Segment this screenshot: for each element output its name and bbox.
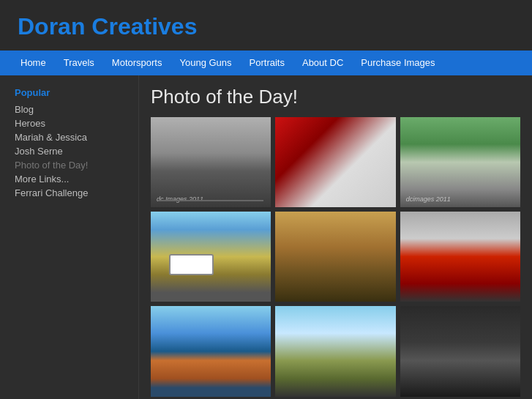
nav-item-about-dc[interactable]: About DC xyxy=(293,51,352,75)
photo-cell-ferrari[interactable] xyxy=(400,212,520,302)
sidebar-link-ferrari-challenge[interactable]: Ferrari Challenge xyxy=(15,187,127,198)
photo-image-golden-gate xyxy=(151,306,271,396)
photo-image-nascar xyxy=(151,212,271,302)
photo-cell-bike-dirt[interactable] xyxy=(275,306,395,396)
photo-watermark-airfield: dc Images 2011 xyxy=(157,195,203,203)
nav-item-travels[interactable]: Travels xyxy=(55,51,103,75)
page-title: Photo of the Day! xyxy=(151,86,520,108)
photo-image-dark-car xyxy=(400,306,520,396)
photo-image-bike-dirt xyxy=(275,306,395,396)
sidebar-link-josh-serne[interactable]: Josh Serne xyxy=(15,146,127,157)
nav-item-purchase-images[interactable]: Purchase Images xyxy=(352,51,443,75)
photo-image-motorcycle xyxy=(275,117,395,207)
photo-image-ferrari xyxy=(400,212,520,302)
sidebar: Popular BlogHeroesMariah & JessicaJosh S… xyxy=(0,75,139,399)
photo-image-motocross xyxy=(275,212,395,302)
photo-cell-motocross[interactable] xyxy=(275,212,395,302)
site-title[interactable]: Doran Creatives xyxy=(18,13,197,40)
photo-watermark-bridge: dcimages 2011 xyxy=(406,195,451,203)
nav-item-young-guns[interactable]: Young Guns xyxy=(171,51,240,75)
main-content: Photo of the Day! dc Images 2011dcimages… xyxy=(139,75,532,399)
sidebar-link-heroes[interactable]: Heroes xyxy=(15,118,127,129)
main-layout: Popular BlogHeroesMariah & JessicaJosh S… xyxy=(0,75,532,399)
photo-grid: dc Images 2011dcimages 2011 xyxy=(151,117,520,397)
photo-cell-airfield[interactable]: dc Images 2011 xyxy=(151,117,271,207)
site-header: Doran Creatives xyxy=(0,0,532,51)
photo-image-bridge: dcimages 2011 xyxy=(400,117,520,207)
photo-cell-nascar[interactable] xyxy=(151,212,271,302)
nav-item-portraits[interactable]: Portraits xyxy=(241,51,293,75)
sidebar-section-title: Popular xyxy=(15,87,127,98)
photo-cell-motorcycle[interactable] xyxy=(275,117,395,207)
nav-bar: HomeTravelsMotorsportsYoung GunsPortrait… xyxy=(0,51,532,75)
photo-cell-golden-gate[interactable] xyxy=(151,306,271,396)
sidebar-link-mariah-jessica[interactable]: Mariah & Jessica xyxy=(15,132,127,143)
sidebar-link-blog[interactable]: Blog xyxy=(15,104,127,115)
nav-item-motorsports[interactable]: Motorsports xyxy=(103,51,171,75)
nav-item-home[interactable]: Home xyxy=(12,51,55,75)
sidebar-link-more-links[interactable]: More Links... xyxy=(15,174,127,184)
photo-cell-dark-car[interactable] xyxy=(400,306,520,396)
photo-image-airfield: dc Images 2011 xyxy=(151,117,271,207)
sidebar-link-photo-of-day[interactable]: Photo of the Day! xyxy=(15,160,127,171)
photo-cell-bridge[interactable]: dcimages 2011 xyxy=(400,117,520,207)
